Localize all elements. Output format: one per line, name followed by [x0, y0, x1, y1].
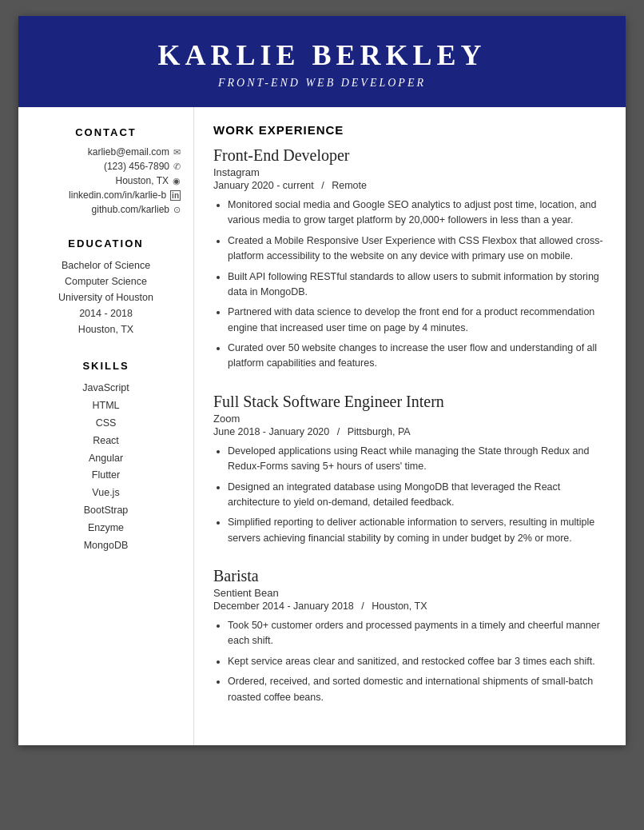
contact-email: karlieb@email.com ✉: [31, 146, 181, 158]
sidebar: CONTACT karlieb@email.com ✉ (123) 456-78…: [18, 107, 194, 745]
job-2-title: Full Stack Software Engineer Intern: [213, 393, 606, 411]
edu-location: Houston, TX: [31, 321, 181, 337]
job-2-meta: June 2018 - January 2020 / Pittsburgh, P…: [213, 426, 606, 437]
job-2: Full Stack Software Engineer Intern Zoom…: [213, 393, 606, 546]
job-2-bullet-1: Developed applications using React while…: [228, 444, 606, 475]
job-3-bullet-3: Ordered, received, and sorted domestic a…: [228, 674, 606, 705]
skill-mongodb: MongoDB: [31, 537, 181, 555]
contact-location: Houston, TX ◉: [31, 175, 181, 186]
job-2-bullets: Developed applications using React while…: [213, 444, 606, 546]
main-content: WORK EXPERIENCE Front-End Developer Inst…: [194, 107, 626, 745]
email-text: karlieb@email.com: [88, 146, 169, 158]
applicant-title: FRONT-END WEB DEVELOPER: [34, 77, 610, 90]
job-1-bullet-5: Curated over 50 website changes to incre…: [228, 341, 606, 372]
skill-bootstrap: BootStrap: [31, 502, 181, 520]
contact-section: CONTACT karlieb@email.com ✉ (123) 456-78…: [31, 126, 181, 215]
skill-flutter: Flutter: [31, 467, 181, 485]
skills-title: SKILLS: [31, 360, 181, 372]
github-icon: ⊙: [173, 205, 181, 215]
skill-javascript: JavaScript: [31, 380, 181, 397]
job-2-bullet-2: Designed an integrated database using Mo…: [228, 480, 606, 511]
skill-vuejs: Vue.js: [31, 485, 181, 502]
job-1-bullet-3: Built API following RESTful standards to…: [228, 269, 606, 301]
skill-angular: Angular: [31, 450, 181, 468]
skill-html: HTML: [31, 397, 181, 415]
email-icon: ✉: [173, 147, 181, 158]
job-1-company: Instagram: [213, 166, 606, 178]
job-1: Front-End Developer Instagram January 20…: [213, 146, 606, 372]
job-3-location: Houston, TX: [372, 601, 427, 612]
linkedin-text: linkedin.com/in/karlie-b: [69, 190, 166, 201]
work-experience-title: WORK EXPERIENCE: [213, 123, 606, 137]
resume-header: KARLIE BERKLEY FRONT-END WEB DEVELOPER: [18, 16, 626, 107]
job-1-title: Front-End Developer: [213, 146, 606, 165]
skill-css: CSS: [31, 415, 181, 433]
linkedin-icon: in: [170, 190, 181, 201]
resume-body: CONTACT karlieb@email.com ✉ (123) 456-78…: [18, 107, 626, 745]
job-3-bullet-1: Took 50+ customer orders and processed p…: [228, 618, 606, 649]
applicant-name: KARLIE BERKLEY: [34, 38, 610, 72]
job-2-bullet-3: Simplified reporting to deliver actionab…: [228, 515, 606, 546]
job-2-company: Zoom: [213, 413, 606, 425]
contact-linkedin: linkedin.com/in/karlie-b in: [31, 190, 181, 201]
edu-years: 2014 - 2018: [31, 305, 181, 321]
education-section: EDUCATION Bachelor of Science Computer S…: [31, 237, 181, 337]
education-title: EDUCATION: [31, 237, 181, 249]
contact-title: CONTACT: [31, 126, 181, 138]
skill-react: React: [31, 433, 181, 450]
job-1-bullet-1: Monitored social media and Google SEO an…: [228, 198, 606, 229]
job-2-location: Pittsburgh, PA: [348, 426, 411, 437]
contact-phone: (123) 456-7890 ✆: [31, 161, 181, 172]
skills-list: JavaScript HTML CSS React Angular Flutte…: [31, 380, 181, 555]
education-content: Bachelor of Science Computer Science Uni…: [31, 257, 181, 337]
location-text: Houston, TX: [116, 175, 169, 186]
job-1-bullets: Monitored social media and Google SEO an…: [213, 198, 606, 372]
job-1-bullet-2: Created a Mobile Responsive User Experie…: [228, 233, 606, 265]
job-1-location: Remote: [332, 180, 367, 191]
skill-enzyme: Enzyme: [31, 520, 181, 537]
job-3: Barista Sentient Bean December 2014 - Ja…: [213, 567, 606, 705]
job-2-divider: /: [337, 426, 343, 437]
edu-field: Computer Science: [31, 273, 181, 289]
phone-icon: ✆: [173, 162, 181, 172]
job-1-date: January 2020 - current: [213, 180, 314, 191]
skills-section: SKILLS JavaScript HTML CSS React Angular…: [31, 360, 181, 555]
contact-github: github.com/karlieb ⊙: [31, 204, 181, 215]
job-3-bullets: Took 50+ customer orders and processed p…: [213, 618, 606, 705]
phone-text: (123) 456-7890: [104, 161, 169, 172]
job-3-meta: December 2014 - January 2018 / Houston, …: [213, 601, 606, 612]
edu-degree: Bachelor of Science: [31, 257, 181, 273]
job-3-bullet-2: Kept service areas clear and sanitized, …: [228, 654, 606, 669]
job-1-divider: /: [321, 180, 327, 191]
job-3-title: Barista: [213, 567, 606, 585]
edu-school: University of Houston: [31, 289, 181, 305]
github-text: github.com/karlieb: [92, 204, 169, 215]
location-icon: ◉: [173, 176, 181, 186]
job-3-divider: /: [361, 601, 367, 612]
resume-container: KARLIE BERKLEY FRONT-END WEB DEVELOPER C…: [18, 16, 626, 745]
job-3-date: December 2014 - January 2018: [213, 601, 354, 612]
job-1-bullet-4: Partnered with data science to develop t…: [228, 305, 606, 336]
job-1-meta: January 2020 - current / Remote: [213, 180, 606, 191]
job-2-date: June 2018 - January 2020: [213, 426, 329, 437]
job-3-company: Sentient Bean: [213, 587, 606, 599]
